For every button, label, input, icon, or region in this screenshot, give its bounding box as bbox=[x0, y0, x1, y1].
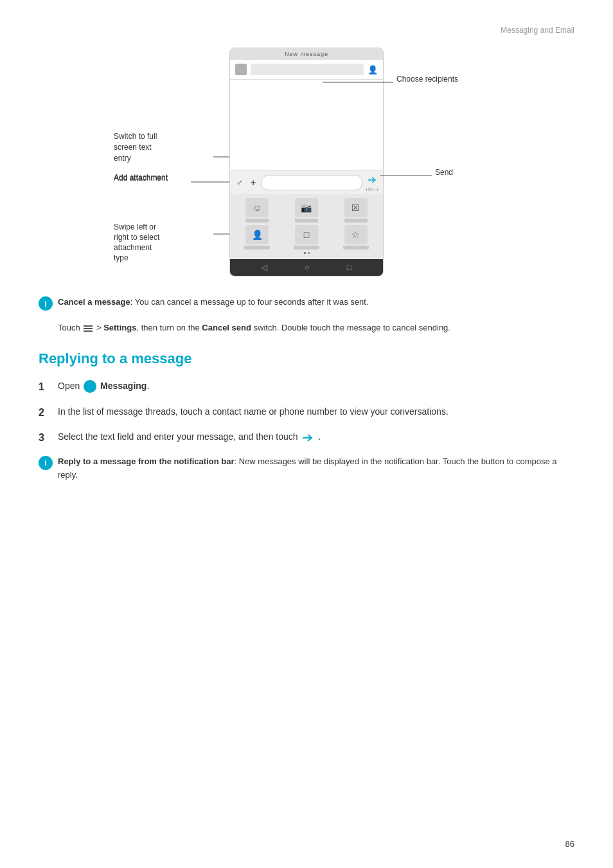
emotion-label-bar bbox=[245, 219, 269, 222]
attachment-tray: ☺ 📷 ☒ bbox=[230, 194, 383, 259]
step-1-content: Open Messaging. bbox=[58, 379, 574, 393]
nav-back[interactable]: ◁ bbox=[262, 263, 267, 272]
cancel-send-text: Cancel send bbox=[202, 323, 251, 332]
tray-row-1: ☺ 📷 ☒ bbox=[233, 198, 380, 222]
annotation-send: Send bbox=[435, 167, 499, 177]
send-arrow-svg bbox=[301, 432, 314, 444]
gallery-icon[interactable]: ☒ bbox=[344, 198, 368, 217]
annotation-choose-recipients: Choose recipients bbox=[396, 73, 499, 84]
section-heading: Replying to a message bbox=[39, 350, 574, 367]
phone-nav-bar: ◁ ○ □ bbox=[230, 259, 383, 276]
emotion-icon[interactable]: ☺ bbox=[245, 198, 269, 217]
tray-dots bbox=[233, 252, 380, 254]
calendar-label-bar bbox=[294, 246, 319, 249]
phone-back-button[interactable] bbox=[235, 64, 247, 75]
contact-icon[interactable]: 👤 bbox=[245, 225, 269, 244]
nav-home[interactable]: ○ bbox=[305, 263, 309, 272]
favorite-icon[interactable]: ☆ bbox=[344, 225, 368, 244]
tray-item-camera[interactable]: 📷 bbox=[295, 198, 318, 222]
annotation-switch-fullscreen: Switch to full screen text entry bbox=[114, 131, 229, 163]
char-count: 159 / 1 bbox=[365, 187, 378, 192]
annotation-swipe-select: Swipe left or right to select attachment… bbox=[114, 221, 229, 262]
step-3: 3 Select the text field and enter your m… bbox=[39, 429, 574, 446]
step-3-content: Select the text field and enter your mes… bbox=[58, 429, 574, 444]
header-title: Messaging and Email bbox=[501, 26, 574, 35]
step-3-number: 3 bbox=[39, 429, 51, 446]
contact-label-bar bbox=[244, 246, 270, 249]
annotation-line-recipients bbox=[323, 77, 400, 87]
tray-item-emotion[interactable]: ☺ bbox=[245, 198, 269, 222]
tray-row-2: 👤 □ ☆ bbox=[233, 225, 380, 249]
page-header: Messaging and Email bbox=[39, 26, 574, 35]
phone-to-field[interactable] bbox=[251, 64, 364, 75]
reply-tip-text: Reply to a message from the notification… bbox=[58, 455, 574, 482]
step-2: 2 In the list of message threads, touch … bbox=[39, 404, 574, 421]
phone-compose-row: ⤢ + 159 / 1 bbox=[230, 170, 383, 194]
phone-status-bar: New message bbox=[230, 48, 383, 60]
info-icon-cancel: i bbox=[39, 296, 53, 311]
page-number: 86 bbox=[565, 839, 574, 849]
illustration-section: Switch to full screen text entry Add att… bbox=[39, 48, 574, 276]
choose-recipients-label: Choose recipients bbox=[396, 75, 458, 84]
menu-icon bbox=[84, 325, 93, 332]
annotation-line-send bbox=[380, 170, 438, 181]
gallery-label-bar bbox=[344, 219, 368, 222]
reply-tip: i Reply to a message from the notificati… bbox=[39, 455, 574, 482]
illustration-wrapper: Switch to full screen text entry Add att… bbox=[114, 48, 499, 276]
step-2-number: 2 bbox=[39, 404, 51, 421]
swipe-select-label: Swipe left or right to select attachment… bbox=[114, 222, 159, 262]
step-1: 1 Open Messaging. bbox=[39, 379, 574, 395]
expand-button[interactable]: ⤢ bbox=[234, 177, 245, 188]
dot-active bbox=[304, 252, 306, 254]
tray-item-gallery[interactable]: ☒ bbox=[344, 198, 368, 222]
annotation-add-attachment: Add attachment Add attachment bbox=[114, 173, 229, 184]
messaging-label: Messaging bbox=[100, 381, 147, 391]
send-button[interactable] bbox=[365, 173, 379, 187]
send-wrapper: 159 / 1 bbox=[365, 173, 379, 192]
compose-text-field[interactable] bbox=[261, 175, 362, 190]
favorite-label-bar bbox=[343, 246, 369, 249]
nav-recent[interactable]: □ bbox=[347, 263, 351, 272]
dot-inactive bbox=[308, 252, 310, 254]
calendar-icon[interactable]: □ bbox=[295, 225, 318, 244]
camera-label-bar bbox=[295, 219, 318, 222]
status-bar-text: New message bbox=[285, 51, 328, 57]
camera-icon[interactable]: 📷 bbox=[295, 198, 318, 217]
cancel-tip-title: Cancel a message bbox=[58, 297, 130, 307]
switch-fullscreen-label: Switch to full screen text entry bbox=[114, 132, 157, 163]
messaging-app-icon bbox=[84, 380, 96, 393]
settings-tip: Touch > Settings, then turn on the Cance… bbox=[58, 321, 574, 335]
phone-message-body bbox=[230, 80, 383, 170]
recipient-icon[interactable]: 👤 bbox=[368, 64, 378, 75]
send-icon bbox=[367, 176, 377, 185]
tray-item-contact[interactable]: 👤 bbox=[244, 225, 270, 249]
reply-tip-title: Reply to a message from the notification… bbox=[58, 457, 235, 466]
settings-text: Settings bbox=[103, 323, 136, 332]
tray-item-calendar[interactable]: □ bbox=[294, 225, 319, 249]
add-attachment-text: Add attachment bbox=[114, 173, 168, 182]
add-attachment-button[interactable]: + bbox=[248, 177, 258, 188]
info-icon-reply: i bbox=[39, 456, 53, 470]
tray-item-favorite[interactable]: ☆ bbox=[343, 225, 369, 249]
cancel-tip-text: Cancel a message: You can cancel a messa… bbox=[58, 296, 368, 309]
step-2-content: In the list of message threads, touch a … bbox=[58, 404, 574, 419]
send-arrow-icon bbox=[301, 432, 314, 444]
cancel-tip: i Cancel a message: You can cancel a mes… bbox=[39, 296, 574, 311]
step-1-number: 1 bbox=[39, 379, 51, 395]
